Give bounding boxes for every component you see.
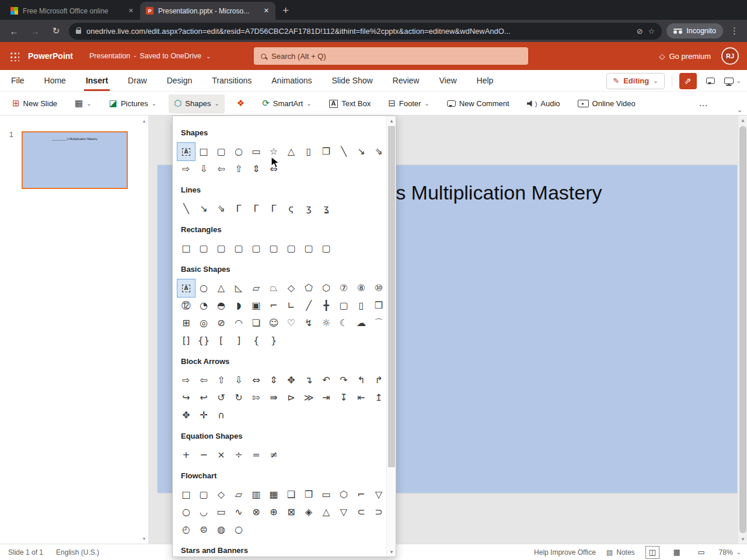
manual-operation-shape[interactable]: ▽ [370,486,386,503]
bent-up-arrow-shape[interactable]: ↱ [370,372,386,389]
language-selector[interactable]: English (U.S.) [56,548,99,556]
browser-menu-button[interactable]: ⋮ [728,26,741,36]
share-button[interactable]: ⇗ [679,73,697,89]
can-shape[interactable]: ▯ [300,143,317,160]
half-frame-shape[interactable]: ⌐ [265,297,282,314]
menu-item-view[interactable]: View [429,70,466,91]
text-box-shape[interactable]: A [177,279,195,297]
new-tab-button[interactable]: + [282,5,289,16]
curved-double-arrow-connector-shape[interactable]: ʓ [317,200,335,218]
terminator-shape[interactable]: ▭ [317,486,335,503]
back-button[interactable]: ← [6,23,22,39]
menu-item-transitions[interactable]: Transitions [202,70,261,91]
plaque-shape[interactable]: ▢ [335,297,352,314]
u-shaped-arrow-shape[interactable]: ∩ [212,407,230,424]
trapezoid-shape[interactable]: ⏢ [265,279,282,297]
dodecagon-shape[interactable]: ⑫ [177,297,195,314]
down-arrow-shape[interactable]: ⇩ [195,160,212,178]
folded-corner-shape[interactable]: ❏ [247,314,265,332]
right-bracket-shape[interactable]: ] [230,332,247,349]
donut-shape[interactable]: ◎ [195,314,212,332]
document-name[interactable]: Presentation [89,52,130,60]
close-icon[interactable]: ✕ [262,6,271,15]
teardrop-shape[interactable]: ◗ [230,297,247,314]
eye-blocked-icon[interactable]: ⊘ [637,27,643,36]
summing-junction-shape[interactable]: ⊗ [247,503,265,521]
ribbon-overflow-button[interactable]: … [699,98,708,108]
right-triangle-shape[interactable]: ◺ [230,279,247,297]
comments-button[interactable] [704,74,717,89]
l-shape-shape[interactable]: ∟ [282,297,300,314]
diagonal-stripe-shape[interactable]: ╱ [300,297,317,314]
curved-up-arrow-shape[interactable]: ↷ [335,372,352,389]
snip-and-round-single-corner-rectangle-shape[interactable]: ▢ [265,240,282,257]
oval-shape[interactable]: ○ [195,279,212,297]
multidocument-shape[interactable]: ❒ [300,486,317,503]
menu-item-insert[interactable]: Insert [76,70,118,91]
moon-shape[interactable]: ☾ [335,314,352,332]
cube-shape[interactable]: ❒ [370,297,386,314]
forward-button[interactable]: → [27,23,43,39]
lightning-bolt-shape[interactable]: ↯ [300,314,317,332]
circular-arrow-shape[interactable]: ↻ [230,389,247,407]
u-turn-arrow-shape[interactable]: ↶ [317,372,335,389]
notched-right-arrow-shape[interactable]: ⇰ [247,389,265,407]
scrollbar-thumb[interactable] [388,126,395,467]
decagon-shape[interactable]: ⑩ [370,279,386,297]
right-arrow-shape[interactable]: ⇨ [177,160,195,178]
line-arrow-shape[interactable]: ↘ [352,143,370,160]
down-arrow-callout-shape[interactable]: ↧ [335,389,352,407]
left-arrow-callout-shape[interactable]: ⇤ [352,389,370,407]
chord-shape[interactable]: ◓ [212,297,230,314]
rounded-rectangular-callout-shape[interactable]: ▭ [247,143,265,160]
slide-thumbnail[interactable]: _________'s Multiplication Mastery [22,131,128,189]
parallelogram-shape[interactable]: ▱ [247,279,265,297]
left-arrow-shape[interactable]: ⇦ [195,372,212,389]
address-bar[interactable]: onedrive.live.com/edit.aspx?action=edit&… [69,23,662,40]
display-shape[interactable]: ○ [230,521,247,538]
scroll-up-icon[interactable]: ▲ [140,117,148,125]
plus-shape[interactable]: + [177,446,195,464]
right-arrow-callout-shape[interactable]: ⇥ [317,389,335,407]
scroll-up-icon[interactable]: ▲ [738,116,747,125]
line-double-arrow-shape[interactable]: ⇘ [370,143,386,160]
snip-diagonal-corners-rectangle-shape[interactable]: ▢ [247,240,265,257]
heart-shape[interactable]: ♡ [282,314,300,332]
scroll-up-icon[interactable]: ▲ [387,116,396,125]
menu-item-draw[interactable]: Draw [118,70,157,91]
not-equal-shape[interactable]: ≠ [265,446,282,464]
online-video-button[interactable]: Online Video [573,94,641,113]
scroll-down-icon[interactable]: ▼ [140,534,148,542]
octagon-shape[interactable]: ⑧ [352,279,370,297]
new-slide-button[interactable]: ⊞New Slide [7,94,62,113]
menu-item-home[interactable]: Home [34,70,76,91]
left-right-arrow-shape[interactable]: ⇔ [265,160,282,178]
elbow-double-arrow-connector-shape[interactable]: Γ [265,200,282,218]
right-arrow-shape[interactable]: ⇨ [177,372,195,389]
manual-input-shape[interactable]: ⌐ [352,486,370,503]
scrollbar-thumb[interactable] [739,126,746,533]
can-shape[interactable]: ▯ [352,297,370,314]
heptagon-shape[interactable]: ⑦ [335,279,352,297]
cloud-shape[interactable]: ☁ [352,314,370,332]
cube-shape[interactable]: ❒ [317,143,335,160]
magnetic-disk-shape[interactable]: ⊜ [195,521,212,538]
rectangle-shape[interactable]: □ [195,143,212,160]
snip-single-corner-rectangle-shape[interactable]: ▢ [212,240,230,257]
left-arrow-shape[interactable]: ⇦ [212,160,230,178]
menu-item-file[interactable]: File [1,70,34,91]
menu-item-animations[interactable]: Animations [261,70,322,91]
multiply-shape[interactable]: × [212,446,230,464]
left-right-arrow-callout-shape[interactable]: ✛ [195,407,212,424]
slide-sorter-view-button[interactable]: ▦ [670,546,684,559]
avatar[interactable]: RJ [721,47,739,65]
decision-shape[interactable]: ◇ [212,486,230,503]
left-bracket-shape[interactable]: [ [212,332,230,349]
notes-button[interactable]: ▤ Notes [606,548,635,556]
app-name[interactable]: PowerPoint [28,51,73,61]
slideshow-view-button[interactable]: ▭ [694,546,708,559]
striped-right-arrow-shape[interactable]: ⇛ [265,389,282,407]
elbow-connector-shape[interactable]: Γ [230,200,247,218]
right-brace-shape[interactable]: } [265,332,282,349]
delay-shape[interactable]: ⊃ [370,503,386,521]
